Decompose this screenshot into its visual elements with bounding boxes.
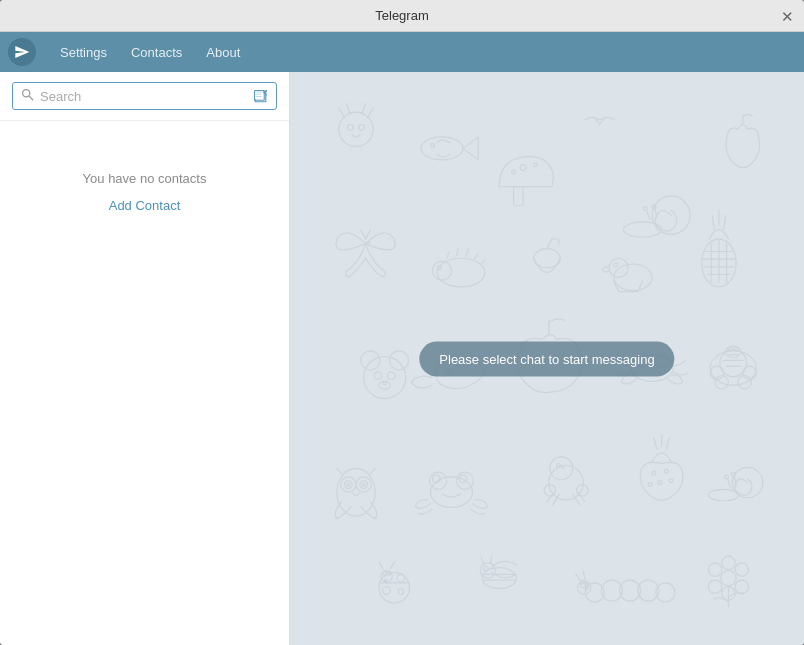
svg-line-1	[29, 96, 33, 100]
svg-line-112	[481, 557, 484, 565]
menu-bar: Settings Contacts About	[0, 32, 804, 72]
svg-point-74	[362, 483, 365, 486]
menu-settings[interactable]: Settings	[48, 39, 119, 66]
svg-line-8	[346, 104, 350, 115]
main-content: You have no contacts Add Contact	[0, 72, 804, 645]
menu-about[interactable]: About	[194, 39, 252, 66]
search-icon	[21, 88, 34, 104]
svg-line-122	[576, 573, 581, 581]
svg-point-128	[735, 563, 748, 576]
svg-line-27	[366, 230, 371, 240]
svg-point-48	[374, 372, 382, 380]
svg-point-49	[388, 372, 396, 380]
svg-point-51	[383, 382, 386, 385]
svg-line-37	[547, 239, 552, 249]
svg-line-21	[646, 210, 650, 220]
svg-line-31	[447, 252, 450, 259]
svg-point-90	[658, 481, 662, 485]
app-window: Telegram ✕ Settings Contacts About	[0, 0, 804, 645]
svg-point-111	[483, 566, 488, 571]
svg-line-26	[361, 230, 366, 240]
select-chat-message: Please select chat to start messaging	[419, 341, 674, 376]
compose-button[interactable]	[253, 89, 268, 104]
compose-icon	[253, 89, 268, 104]
svg-point-131	[708, 580, 721, 593]
svg-line-95	[727, 479, 730, 488]
svg-line-107	[379, 562, 383, 569]
menu-contacts[interactable]: Contacts	[119, 39, 194, 66]
svg-point-17	[534, 163, 538, 167]
search-input[interactable]	[40, 89, 247, 104]
svg-point-70	[356, 477, 371, 492]
svg-point-20	[623, 222, 661, 237]
no-contacts-text: You have no contacts	[83, 171, 207, 186]
svg-point-46	[361, 351, 380, 370]
svg-point-40	[614, 263, 618, 267]
chat-area: Please select chat to start messaging	[290, 72, 804, 645]
svg-point-101	[383, 587, 391, 595]
svg-point-12	[359, 125, 365, 131]
svg-point-59	[710, 351, 756, 385]
svg-point-81	[550, 457, 573, 480]
contacts-area: You have no contacts Add Contact	[0, 121, 289, 645]
svg-line-87	[666, 438, 669, 449]
svg-point-72	[360, 481, 368, 489]
svg-rect-15	[514, 187, 524, 206]
svg-line-113	[491, 556, 492, 564]
svg-point-45	[364, 357, 406, 399]
app-logo[interactable]	[8, 38, 36, 66]
svg-line-85	[654, 438, 657, 449]
svg-line-32	[456, 249, 458, 257]
svg-line-35	[480, 260, 485, 265]
svg-line-7	[339, 108, 345, 118]
svg-point-18	[512, 170, 516, 174]
svg-point-89	[664, 469, 668, 473]
svg-point-88	[652, 471, 656, 475]
svg-point-73	[347, 483, 350, 486]
svg-point-69	[341, 477, 356, 492]
title-bar: Telegram ✕	[0, 0, 804, 32]
add-contact-link[interactable]: Add Contact	[109, 198, 181, 213]
svg-point-16	[520, 165, 526, 171]
svg-line-34	[474, 253, 478, 259]
svg-point-98	[731, 472, 735, 476]
svg-point-71	[345, 481, 353, 489]
svg-point-126	[721, 571, 736, 586]
svg-line-42	[712, 215, 714, 229]
telegram-icon	[14, 44, 30, 60]
svg-point-103	[398, 589, 404, 595]
svg-line-9	[367, 108, 373, 118]
svg-point-94	[708, 489, 739, 500]
svg-point-97	[725, 475, 729, 479]
svg-point-132	[708, 563, 721, 576]
svg-line-33	[466, 249, 469, 257]
svg-point-102	[397, 574, 405, 582]
svg-point-14	[430, 144, 434, 148]
svg-point-23	[643, 207, 647, 211]
search-container	[0, 72, 289, 121]
svg-point-91	[648, 483, 652, 487]
svg-line-108	[390, 562, 394, 569]
svg-point-11	[347, 125, 353, 131]
close-button[interactable]: ✕	[781, 8, 794, 23]
svg-line-10	[362, 104, 366, 115]
search-box	[12, 82, 277, 110]
svg-point-47	[389, 351, 408, 370]
svg-point-127	[722, 556, 735, 569]
window-title: Telegram	[375, 8, 428, 23]
svg-point-28	[437, 258, 485, 287]
svg-line-44	[724, 215, 726, 229]
svg-line-123	[583, 571, 585, 580]
svg-point-104	[384, 580, 387, 583]
svg-point-92	[669, 479, 673, 483]
sidebar: You have no contacts Add Contact	[0, 72, 290, 645]
svg-point-129	[735, 580, 748, 593]
